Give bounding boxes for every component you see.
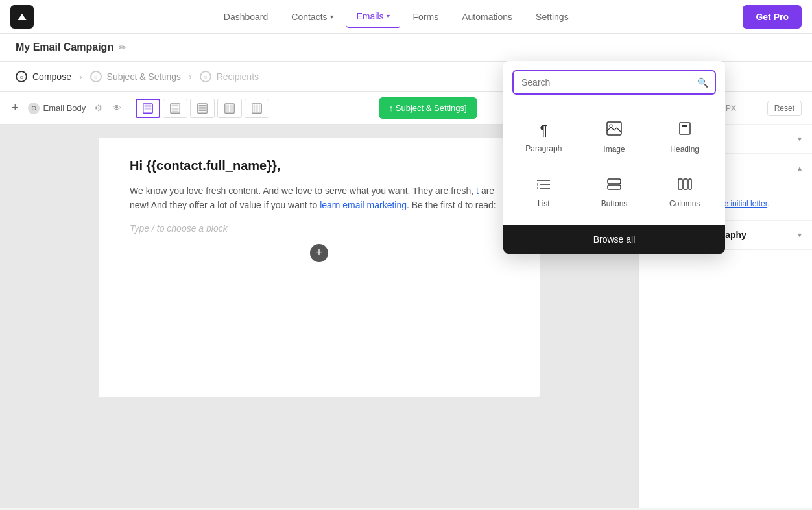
block-columns[interactable]: Columns: [649, 165, 720, 220]
nav-dashboard[interactable]: Dashboard: [213, 6, 279, 27]
block-list[interactable]: List: [508, 165, 579, 220]
svg-rect-7: [198, 103, 207, 112]
email-greeting: Hi {{contact.full_name}},: [130, 158, 508, 173]
nav-automations[interactable]: Automations: [451, 6, 523, 27]
columns-label: Columns: [669, 199, 700, 208]
nav-contacts[interactable]: Contacts ▾: [281, 6, 343, 27]
emails-caret-icon: ▾: [387, 12, 390, 19]
email-link-2[interactable]: learn email marketing: [320, 200, 407, 210]
layout-btn-4[interactable]: [217, 99, 242, 118]
browse-all-button[interactable]: Browse all: [503, 225, 725, 254]
page-title: My Email Campaign: [16, 42, 113, 53]
wizard-step-recipients[interactable]: ○ Recipients: [200, 71, 259, 82]
svg-rect-21: [680, 123, 690, 134]
block-image[interactable]: Image: [579, 110, 650, 165]
svg-rect-29: [608, 185, 621, 189]
nav-settings[interactable]: Settings: [525, 6, 579, 27]
svg-rect-31: [684, 179, 687, 189]
step-arrow-1: ›: [79, 71, 82, 82]
layout-buttons: [136, 99, 269, 118]
wizard-step-compose[interactable]: ○ Compose: [16, 71, 71, 82]
save-settings-button[interactable]: ↑ Subject & Settings]: [379, 97, 477, 119]
advanced-typography-chevron-icon: ▾: [798, 230, 802, 239]
svg-rect-18: [259, 104, 261, 112]
buttons-label: Buttons: [601, 199, 628, 208]
hint-text-suffix: .: [767, 199, 769, 208]
popup-blocks-grid: ¶ Paragraph Image Heading List: [503, 104, 725, 225]
svg-rect-30: [678, 179, 682, 189]
edit-icon[interactable]: ✏: [119, 42, 126, 53]
svg-rect-22: [682, 125, 687, 127]
search-icon: 🔍: [697, 77, 708, 88]
step-circle-recipients: ○: [200, 71, 211, 82]
page-header: My Email Campaign ✏: [0, 34, 812, 62]
type-placeholder[interactable]: Type / to choose a block: [130, 223, 508, 234]
layout-btn-5[interactable]: [245, 99, 269, 118]
block-buttons[interactable]: Buttons: [579, 165, 650, 220]
step-circle-subject: ○: [90, 71, 102, 82]
add-block-toolbar-button[interactable]: +: [8, 100, 23, 116]
svg-rect-27: [537, 187, 538, 189]
email-link-1[interactable]: t: [476, 186, 479, 196]
buttons-icon: [607, 177, 621, 194]
block-paragraph[interactable]: ¶ Paragraph: [508, 110, 579, 165]
add-block-button[interactable]: +: [310, 244, 328, 262]
image-icon: [606, 121, 622, 140]
email-paper: Hi {{contact.full_name}}, We know you lo…: [99, 138, 540, 397]
email-body-icon: ⊙: [28, 103, 40, 114]
svg-rect-5: [172, 108, 179, 110]
block-heading[interactable]: Heading: [649, 110, 720, 165]
layout-btn-3[interactable]: [190, 99, 215, 118]
step-circle-compose: ○: [16, 71, 27, 82]
preview-icon-button[interactable]: 👁: [109, 101, 125, 115]
email-body-label: ⊙ Email Body: [28, 103, 86, 114]
color-chevron-icon: ▾: [798, 134, 802, 143]
toolbar-icons: ⚙ 👁: [91, 101, 125, 115]
image-label: Image: [603, 145, 625, 154]
svg-rect-28: [608, 179, 621, 184]
popup-search: 🔍: [503, 61, 725, 104]
svg-rect-4: [172, 104, 179, 106]
svg-rect-2: [145, 108, 152, 110]
svg-rect-13: [226, 104, 230, 112]
layout-btn-2[interactable]: [163, 99, 187, 118]
svg-rect-16: [254, 104, 256, 112]
block-picker-popup: 🔍 ¶ Paragraph Image Heading List: [503, 61, 725, 254]
svg-rect-32: [689, 179, 691, 189]
reset-button[interactable]: Reset: [767, 101, 802, 116]
list-icon: [536, 177, 551, 194]
svg-rect-14: [230, 104, 233, 112]
block-search-input[interactable]: [512, 70, 716, 95]
paragraph-icon: ¶: [540, 122, 547, 139]
list-label: List: [538, 199, 550, 208]
wizard-step-subject[interactable]: ○ Subject & Settings: [90, 71, 181, 82]
columns-icon: [678, 177, 692, 194]
step-arrow-2: ›: [189, 71, 192, 82]
settings-icon-button[interactable]: ⚙: [91, 101, 106, 115]
contacts-caret-icon: ▾: [330, 13, 333, 20]
spacing-unit: PX: [726, 104, 736, 113]
paragraph-label: Paragraph: [525, 144, 562, 153]
svg-rect-17: [256, 104, 258, 112]
get-pro-button[interactable]: Get Pro: [743, 5, 802, 29]
logo[interactable]: [10, 5, 34, 29]
heading-label: Heading: [670, 145, 699, 154]
svg-rect-26: [537, 183, 538, 186]
email-body-paragraph: We know you love fresh content. And we l…: [130, 184, 508, 213]
heading-icon: [678, 121, 692, 140]
svg-rect-6: [172, 110, 179, 112]
layout-btn-1[interactable]: [136, 99, 160, 118]
nav-links: Dashboard Contacts ▾ Emails ▾ Forms Auto…: [49, 6, 743, 28]
top-nav: Dashboard Contacts ▾ Emails ▾ Forms Auto…: [0, 0, 812, 34]
nav-forms[interactable]: Forms: [403, 6, 449, 27]
text-settings-chevron-icon: ▴: [798, 164, 802, 173]
svg-rect-1: [145, 104, 152, 107]
search-wrapper: 🔍: [512, 70, 716, 95]
nav-emails[interactable]: Emails ▾: [346, 6, 400, 28]
